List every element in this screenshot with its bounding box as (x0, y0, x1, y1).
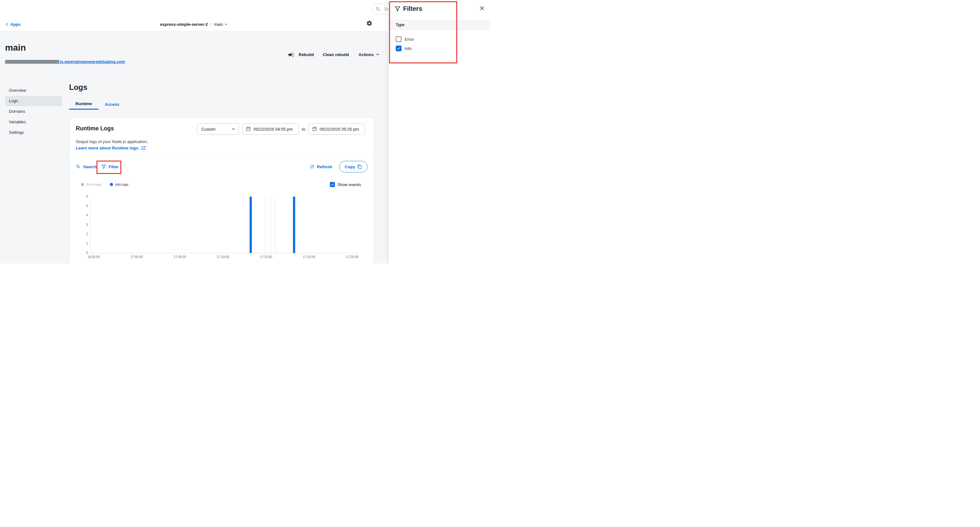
check-icon (397, 46, 401, 50)
sidebar-item-domains[interactable]: Domains (5, 106, 62, 117)
error-legend-dot (81, 183, 84, 186)
breadcrumb-separator: / (210, 22, 212, 27)
error-checkbox-label: Error (405, 37, 414, 42)
rebuild-button[interactable]: Rebuild (299, 52, 314, 57)
environment-name: main (214, 22, 223, 27)
check-icon (331, 182, 334, 187)
show-events-toggle[interactable]: Show events (330, 181, 361, 188)
toolbar-right-group: Refresh Copy (309, 158, 368, 176)
page-title: Logs (69, 83, 87, 92)
x-axis-tick: 17:10:00 (213, 255, 232, 259)
search-icon (76, 164, 81, 169)
chart-legend: Error logs Info logs (81, 181, 128, 188)
log-toolbar: Search Filter Refresh Copy (69, 158, 374, 176)
refresh-button[interactable]: Refresh (309, 164, 332, 169)
time-range-controls: Custom 05/22/2025 04:55 pm to 05/22/2025… (197, 123, 365, 135)
app-page: Apps express-simple-server-2 / main main… (0, 0, 490, 264)
close-icon (479, 5, 485, 11)
clean-rebuild-button[interactable]: Clean rebuild (323, 52, 349, 57)
info-checkbox-label: Info (405, 46, 412, 51)
date-to-value: 05/22/2025 05:25 pm (320, 127, 359, 132)
sidebar-item-overview[interactable]: Overview (5, 85, 62, 96)
environment-selector[interactable]: main (214, 22, 228, 27)
funnel-icon (101, 164, 107, 169)
y-axis-tick: 2 (76, 233, 88, 236)
y-axis-tick: 1 (76, 242, 88, 245)
chart-y-axis: 0123456 (76, 196, 88, 253)
time-range-select[interactable]: Custom (197, 123, 239, 135)
show-events-checkbox[interactable] (330, 182, 335, 187)
logs-tabs: Runtime Access (69, 99, 374, 110)
date-from-input[interactable]: 05/22/2025 04:55 pm (242, 123, 299, 135)
info-legend-dot (110, 183, 113, 186)
info-legend-label: Info logs (115, 182, 129, 187)
funnel-icon (395, 6, 401, 12)
x-axis-tick: 17:25:00 (343, 255, 362, 259)
search-logs-label: Search (83, 164, 97, 169)
filter-logs-button[interactable]: Filter (101, 158, 119, 176)
calendar-icon (312, 126, 317, 132)
filter-section-type: Type (389, 20, 490, 30)
x-axis-tick: 17:05:00 (170, 255, 189, 259)
breadcrumb-app-name: express-simple-server-2 (160, 22, 208, 27)
y-axis-tick: 6 (76, 195, 88, 198)
legend-error-logs: Error logs (81, 182, 102, 187)
filter-option-info[interactable]: Info (396, 46, 412, 51)
filter-section-title: Type (396, 20, 490, 30)
gear-icon (366, 20, 372, 26)
chart-x-axis: 16:55:0017:00:0017:05:0017:10:0017:15:00… (90, 255, 358, 260)
y-axis-tick: 3 (76, 224, 88, 227)
chevron-down-icon (231, 127, 235, 131)
copy-label: Copy (345, 164, 355, 169)
x-axis-tick: 17:20:00 (300, 255, 319, 259)
chart-bar (293, 196, 295, 253)
search-logs-button[interactable]: Search (76, 158, 97, 176)
filters-panel-header: Filters (395, 5, 422, 13)
filters-panel: Filters Type Error Info (388, 0, 490, 264)
environment-title: main (5, 43, 26, 53)
actions-menu-button[interactable]: Actions (358, 52, 380, 57)
search-icon (375, 6, 381, 12)
close-panel-button[interactable] (479, 5, 486, 12)
event-marker-line (275, 196, 275, 253)
chevron-down-icon (224, 22, 228, 26)
learn-more-link[interactable]: Learn more about Runtime logs. (76, 145, 146, 150)
tab-access[interactable]: Access (99, 99, 126, 110)
tab-runtime[interactable]: Runtime (69, 99, 99, 110)
date-to-input[interactable]: 05/22/2025 05:25 pm (309, 123, 365, 135)
copy-icon (357, 164, 362, 169)
megaphone-icon[interactable] (288, 51, 294, 58)
y-axis-tick: 4 (76, 214, 88, 217)
filter-logs-label: Filter (108, 164, 119, 169)
hero-action-buttons: Rebuild Clean rebuild Actions (288, 49, 380, 60)
settings-gear-button[interactable] (366, 20, 373, 27)
filters-panel-title: Filters (403, 5, 422, 13)
y-axis-tick: 0 (76, 251, 88, 255)
runtime-logs-chart: 0123456 16:55:0017:00:0017:05:0017:10:00… (76, 194, 368, 262)
y-axis-tick: 5 (76, 204, 88, 208)
x-axis-tick: 17:15:00 (256, 255, 275, 259)
sidebar-item-variables[interactable]: Variables (5, 117, 62, 127)
chart-bar (250, 196, 252, 253)
card-title: Runtime Logs (76, 125, 114, 132)
error-checkbox[interactable] (396, 36, 401, 42)
show-events-label: Show events (337, 182, 361, 187)
environment-url-link[interactable]: js.wpenginepoweredstaging.com (60, 59, 125, 64)
info-checkbox[interactable] (396, 46, 401, 51)
x-axis-tick: 17:00:00 (127, 255, 146, 259)
date-from-value: 05/22/2025 04:55 pm (253, 127, 293, 132)
sidebar-item-settings[interactable]: Settings (5, 128, 62, 137)
environment-sidebar: Overview Logs Domains Variables Settings (5, 85, 62, 137)
copy-button[interactable]: Copy (339, 161, 368, 172)
sidebar-item-logs[interactable]: Logs (5, 96, 62, 106)
learn-more-label: Learn more about Runtime logs. (76, 145, 139, 150)
error-legend-label: Error logs (86, 182, 102, 187)
legend-info-logs: Info logs (110, 182, 129, 187)
actions-menu-label: Actions (358, 52, 374, 57)
filter-option-error[interactable]: Error (396, 36, 414, 42)
event-marker-line (265, 196, 265, 253)
external-link-icon (141, 145, 146, 150)
chevron-down-icon (375, 52, 380, 57)
breadcrumb: express-simple-server-2 / main (0, 17, 388, 31)
refresh-label: Refresh (317, 164, 332, 169)
